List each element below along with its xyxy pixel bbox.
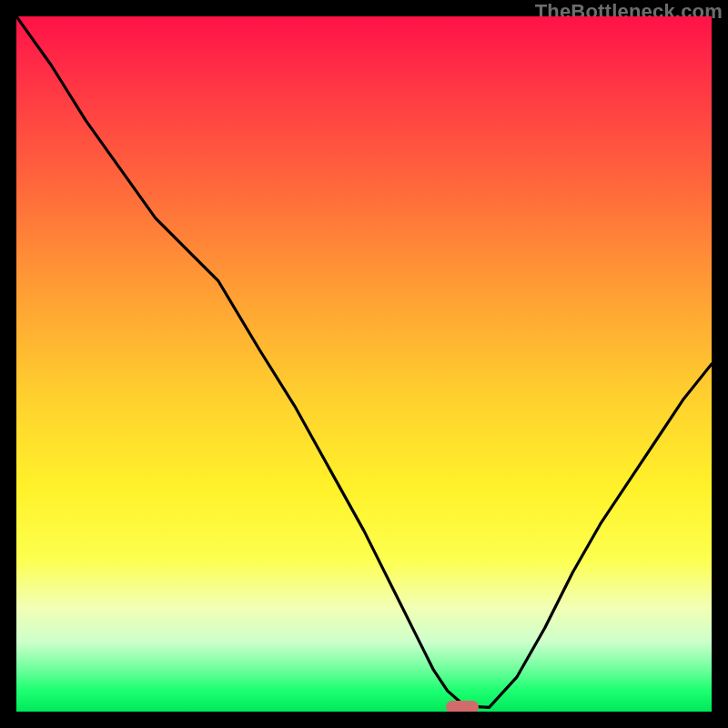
optimal-marker — [446, 701, 479, 712]
chart-frame: TheBottleneck.com — [0, 0, 728, 728]
plot-area — [16, 16, 712, 712]
bottleneck-gradient — [16, 16, 712, 712]
